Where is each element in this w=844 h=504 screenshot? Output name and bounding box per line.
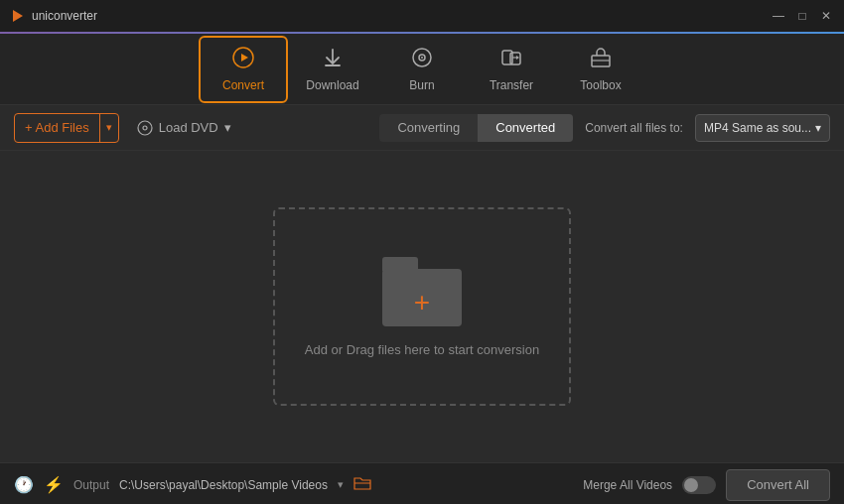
nav-label-convert: Convert — [222, 78, 264, 92]
output-path: C:\Users\payal\Desktop\Sample Videos — [119, 478, 328, 492]
navbar: Convert Download Burn — [0, 34, 844, 105]
dvd-icon — [137, 120, 153, 136]
nav-item-download[interactable]: Download — [288, 36, 377, 103]
convert-nav-icon — [231, 46, 255, 74]
folder-open-icon[interactable] — [353, 475, 371, 494]
output-label: Output — [73, 478, 109, 492]
nav-item-convert[interactable]: Convert — [199, 36, 288, 103]
convert-all-button[interactable]: Convert All — [726, 469, 830, 501]
merge-toggle[interactable] — [682, 476, 716, 494]
add-files-arrow[interactable]: ▾ — [100, 114, 118, 142]
toolbox-nav-icon — [589, 46, 613, 74]
tab-converted[interactable]: Converted — [478, 114, 573, 142]
add-files-button[interactable]: + Add Files ▾ — [14, 113, 119, 143]
nav-item-burn[interactable]: Burn — [377, 36, 467, 103]
main-area: + Add or Drag files here to start conver… — [0, 151, 844, 462]
nav-label-toolbox: Toolbox — [580, 78, 621, 92]
tabs: Converting Converted — [379, 114, 573, 142]
svg-point-13 — [138, 121, 152, 135]
nav-item-toolbox[interactable]: Toolbox — [556, 36, 645, 103]
add-files-main[interactable]: + Add Files — [15, 114, 100, 142]
drop-text: Add or Drag files here to start conversi… — [305, 342, 539, 357]
folder-body: + — [382, 269, 462, 326]
clock-icon[interactable]: 🕐 — [14, 475, 34, 494]
convert-format-button[interactable]: MP4 Same as sou... ▾ — [695, 114, 830, 142]
merge-label: Merge All Videos — [583, 478, 672, 492]
folder-plus-icon: + — [414, 289, 430, 316]
toggle-track[interactable] — [682, 476, 716, 494]
burn-nav-icon — [410, 46, 434, 74]
load-dvd-arrow[interactable]: ▾ — [224, 120, 231, 135]
drop-zone[interactable]: + Add or Drag files here to start conver… — [273, 207, 571, 406]
minimize-button[interactable]: — — [771, 8, 786, 24]
transfer-nav-icon — [499, 46, 523, 74]
svg-marker-10 — [516, 56, 519, 60]
app-logo-icon — [10, 8, 26, 24]
maximize-button[interactable]: □ — [794, 8, 810, 24]
titlebar: uniconverter — □ ✕ — [0, 0, 844, 32]
load-dvd-button[interactable]: Load DVD ▾ — [131, 113, 237, 143]
output-dropdown-arrow[interactable]: ▾ — [338, 478, 344, 491]
svg-point-6 — [421, 57, 423, 59]
bottombar: 🕐 ⚡ Output C:\Users\payal\Desktop\Sample… — [0, 462, 844, 504]
download-nav-icon — [321, 46, 345, 74]
nav-label-download: Download — [306, 78, 358, 92]
svg-marker-0 — [13, 10, 23, 22]
convert-format-arrow: ▾ — [815, 121, 821, 135]
folder-icon-wrap: + — [382, 257, 462, 326]
titlebar-left: uniconverter — [10, 8, 97, 24]
lightning-icon[interactable]: ⚡ — [44, 475, 64, 494]
nav-item-transfer[interactable]: Transfer — [467, 36, 556, 103]
app-title: uniconverter — [32, 9, 97, 23]
nav-label-transfer: Transfer — [490, 78, 533, 92]
nav-label-burn: Burn — [409, 78, 434, 92]
convert-format-text: MP4 Same as sou... — [704, 121, 811, 135]
svg-marker-2 — [241, 54, 248, 62]
toggle-knob — [684, 478, 698, 492]
tab-converting[interactable]: Converting — [379, 114, 478, 142]
svg-point-14 — [143, 126, 147, 130]
load-dvd-label: Load DVD — [159, 120, 218, 135]
close-button[interactable]: ✕ — [818, 8, 834, 24]
titlebar-controls: — □ ✕ — [771, 8, 834, 24]
toolbar: + Add Files ▾ Load DVD ▾ Converting Conv… — [0, 105, 844, 151]
convert-all-label: Convert all files to: — [585, 121, 683, 135]
